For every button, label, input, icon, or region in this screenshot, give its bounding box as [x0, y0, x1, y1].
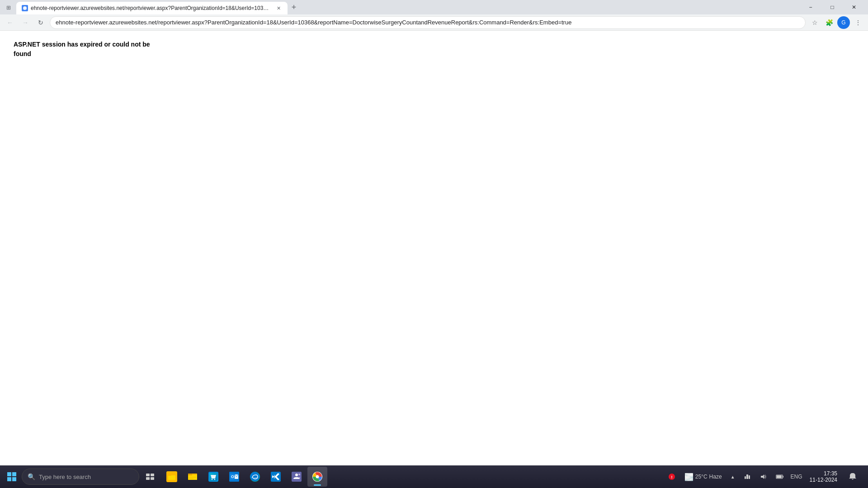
- task-view-button[interactable]: [140, 467, 160, 487]
- taskbar-app-teams[interactable]: [287, 467, 307, 487]
- show-hidden-icons-button[interactable]: ▲: [727, 467, 738, 487]
- extensions-button[interactable]: 🧩: [823, 16, 835, 29]
- weather-condition: Haze: [709, 474, 722, 480]
- extension-area: ☆ 🧩 G ⋮: [808, 16, 864, 29]
- taskbar: 🔍 Type here to search: [0, 465, 868, 488]
- weather-icon: 🌫️: [684, 473, 693, 481]
- temperature: 25°C: [695, 474, 708, 480]
- bookmarks-button[interactable]: ☆: [808, 16, 821, 29]
- vscode-icon: [271, 472, 281, 482]
- svg-rect-1: [146, 474, 150, 476]
- svg-point-23: [295, 474, 298, 476]
- clock-time: 17:35: [824, 470, 837, 477]
- svg-rect-30: [745, 476, 746, 479]
- error-line2: found: [14, 50, 31, 57]
- explorer-icon: [187, 471, 198, 483]
- profile-avatar[interactable]: G: [837, 16, 850, 29]
- svg-point-13: [214, 479, 215, 480]
- file-manager-icon: [166, 471, 177, 482]
- tab-favicon: [22, 5, 28, 11]
- notification-tray-icon[interactable]: !: [665, 467, 679, 487]
- close-button[interactable]: ✕: [844, 0, 864, 14]
- volume-icon[interactable]: [756, 467, 771, 487]
- reload-button[interactable]: ↻: [34, 16, 47, 29]
- battery-icon[interactable]: [773, 467, 787, 487]
- language-indicator[interactable]: ENG: [789, 467, 804, 487]
- clock-area[interactable]: 17:35 11-12-2024: [806, 467, 841, 487]
- svg-point-12: [212, 479, 212, 480]
- svg-rect-35: [783, 476, 783, 478]
- start-button[interactable]: [2, 467, 22, 487]
- profile-button[interactable]: G: [837, 16, 850, 29]
- minimize-button[interactable]: −: [800, 0, 821, 14]
- notification-bell[interactable]: [843, 467, 863, 487]
- taskbar-app-explorer[interactable]: [183, 467, 203, 487]
- search-placeholder: Type here to search: [39, 474, 91, 480]
- edge-icon: [250, 472, 260, 482]
- chrome-titlebar: ⊞ ehnote-reportviewer.azurewebsites.net/…: [0, 0, 868, 14]
- chrome-addressbar: ← → ↻ ehnote-reportviewer.azurewebsites.…: [0, 14, 868, 31]
- new-tab-button[interactable]: +: [288, 1, 300, 14]
- svg-rect-7: [168, 474, 171, 476]
- forward-button[interactable]: →: [19, 16, 32, 29]
- svg-rect-22: [292, 472, 302, 482]
- system-tray: ! 🌫️ 25°C Haze ▲: [665, 467, 866, 487]
- back-button[interactable]: ←: [4, 16, 16, 29]
- taskbar-app-chrome[interactable]: [307, 467, 327, 487]
- svg-point-19: [250, 472, 259, 481]
- address-bar[interactable]: ehnote-reportviewer.azurewebsites.net/re…: [50, 16, 806, 29]
- browser-tab[interactable]: ehnote-reportviewer.azurewebsites.net/re…: [16, 2, 288, 14]
- network-icon[interactable]: [740, 467, 755, 487]
- more-button[interactable]: ⋮: [852, 16, 864, 29]
- svg-rect-29: [746, 474, 748, 479]
- svg-point-24: [298, 474, 300, 475]
- error-line1: ASP.NET session has expired or could not…: [14, 41, 150, 48]
- svg-text:O: O: [231, 474, 234, 479]
- clock-date: 11-12-2024: [810, 477, 837, 483]
- window-controls: − □ ✕: [800, 0, 864, 14]
- tab-title: ehnote-reportviewer.azurewebsites.net/re…: [31, 5, 269, 11]
- svg-rect-34: [777, 475, 782, 478]
- search-icon: 🔍: [28, 473, 35, 480]
- tab-close-button[interactable]: ✕: [275, 5, 282, 12]
- taskbar-app-vscode[interactable]: [266, 467, 286, 487]
- taskbar-app-edge[interactable]: [245, 467, 265, 487]
- outlook-icon: O: [229, 472, 239, 482]
- chrome-icon: [312, 472, 322, 482]
- taskbar-search[interactable]: 🔍 Type here to search: [22, 469, 139, 485]
- svg-rect-3: [146, 477, 150, 480]
- tab-control-icon[interactable]: ⊞: [4, 3, 14, 13]
- svg-rect-31: [749, 475, 750, 479]
- svg-rect-10: [188, 474, 192, 475]
- taskbar-app-store[interactable]: [203, 467, 223, 487]
- url-text: ehnote-reportviewer.azurewebsites.net/re…: [56, 19, 571, 26]
- taskbar-app-filemanager[interactable]: [162, 467, 182, 487]
- maximize-button[interactable]: □: [822, 0, 843, 14]
- svg-point-26: [316, 475, 319, 479]
- svg-marker-32: [761, 474, 764, 479]
- teams-icon: [292, 472, 302, 482]
- svg-rect-4: [151, 477, 154, 480]
- windows-logo-icon: [7, 472, 16, 481]
- svg-point-0: [23, 6, 27, 10]
- page-content: ASP.NET session has expired or could not…: [0, 31, 868, 465]
- store-icon: [208, 472, 218, 482]
- error-message: ASP.NET session has expired or could not…: [14, 40, 854, 59]
- tray-notification-icon[interactable]: !: [665, 467, 679, 487]
- svg-text:!: !: [671, 475, 672, 479]
- weather-area[interactable]: 🌫️ 25°C Haze: [681, 467, 726, 487]
- tab-area: ⊞ ehnote-reportviewer.azurewebsites.net/…: [4, 0, 797, 14]
- svg-rect-6: [168, 475, 175, 480]
- taskbar-app-outlook[interactable]: O: [224, 467, 244, 487]
- svg-rect-2: [151, 474, 154, 476]
- taskbar-apps: O: [162, 467, 327, 487]
